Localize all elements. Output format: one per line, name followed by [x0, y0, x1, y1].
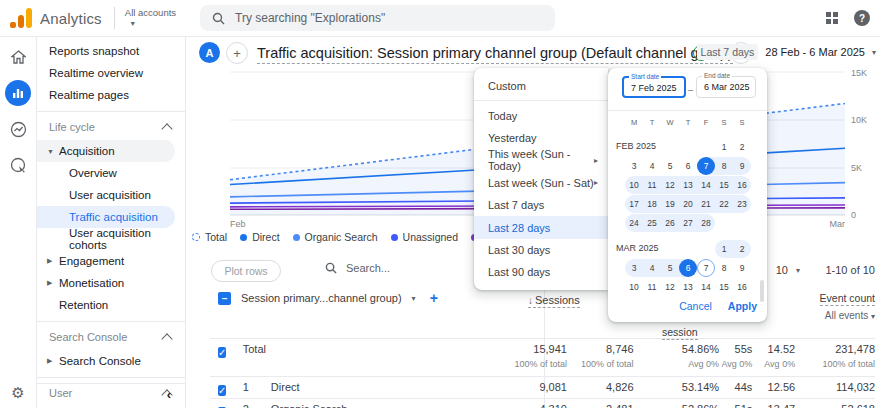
calendar-cell[interactable]: 16 [733, 278, 751, 296]
preset-custom[interactable]: Custom [474, 75, 608, 97]
calendar-day[interactable]: 9 [733, 157, 751, 175]
sidebar-item-user-acquisition-cohorts[interactable]: User acquisition cohorts [37, 228, 185, 250]
calendar-cell[interactable]: 12 [661, 278, 679, 296]
calendar-day[interactable]: 20 [679, 195, 697, 213]
preset-yesterday[interactable]: Yesterday [474, 127, 608, 149]
calendar-cell[interactable]: 20 [679, 195, 697, 213]
channel-name[interactable]: Direct [271, 381, 300, 393]
date-range-control[interactable]: Last 7 days 28 Feb - 6 Mar 2025 ▾ [697, 44, 876, 60]
calendar-day[interactable]: 24 [625, 214, 643, 232]
reports-icon[interactable] [5, 80, 31, 106]
calendar-cell[interactable]: 2 [733, 240, 751, 258]
calendar-day[interactable]: 13 [679, 278, 697, 296]
preset-last-12-months[interactable]: Last 12 months [474, 284, 608, 290]
sidebar-section-life-cycle[interactable]: Life cycle [37, 111, 185, 140]
calendar-day[interactable]: 17 [625, 195, 643, 213]
apply-button[interactable]: Apply [728, 300, 757, 312]
calendar-day[interactable]: 7 [697, 259, 715, 277]
calendar-cell[interactable]: 10 [625, 176, 643, 194]
preset-last-28-days[interactable]: Last 28 days [474, 216, 608, 238]
calendar-cell[interactable]: 15 [715, 278, 733, 296]
calendar-day[interactable]: 15 [715, 278, 733, 296]
rows-per-page-select[interactable]: 10 ▾ [776, 264, 800, 276]
preset-last-30-days[interactable]: Last 30 days [474, 239, 608, 261]
analytics-logo-icon[interactable] [10, 8, 32, 28]
calendar-cell[interactable]: 1 [715, 138, 733, 156]
sessions-column-header[interactable]: ↓Sessions [528, 294, 580, 308]
calendar-cell[interactable]: 18 [643, 195, 661, 213]
add-dimension-button[interactable]: + [430, 290, 438, 306]
calendar-cell[interactable]: 27 [679, 214, 697, 232]
sidebar-item-user-acquisition[interactable]: User acquisition [37, 184, 185, 206]
calendar-scrollbar[interactable] [760, 280, 764, 302]
sidebar-item-engagement[interactable]: ▶Engagement [37, 250, 185, 272]
help-icon[interactable]: ? [854, 10, 870, 26]
end-date-field[interactable]: End date 6 Mar 2025 [696, 76, 756, 98]
calendar-cell[interactable]: 23 [733, 195, 751, 213]
calendar-day[interactable]: 1 [715, 240, 733, 258]
calendar-day[interactable]: 5 [661, 157, 679, 175]
channel-name[interactable]: Total [243, 343, 266, 355]
calendar-day[interactable]: 28 [697, 214, 715, 232]
table-search[interactable]: Search... [325, 262, 390, 274]
calendar-day[interactable]: 7 [697, 157, 715, 175]
calendar-cell[interactable]: 7 [697, 259, 715, 277]
calendar-cell[interactable]: 14 [697, 176, 715, 194]
calendar-day[interactable]: 8 [715, 157, 733, 175]
apps-grid-icon[interactable] [826, 12, 838, 24]
legend-item-direct[interactable]: Direct [240, 231, 279, 243]
preset-this-week-sun-today-[interactable]: This week (Sun - Today)▸ [474, 149, 608, 171]
report-title[interactable]: Traffic acquisition: Session primary cha… [257, 45, 733, 64]
sidebar-item-realtime-pages[interactable]: Realtime pages [37, 84, 185, 106]
legend-item-total[interactable]: Total [192, 231, 227, 243]
sidebar-item-acquisition[interactable]: ▼Acquisition [37, 140, 175, 162]
calendar-day[interactable]: 10 [625, 278, 643, 296]
legend-item-unassigned[interactable]: Unassigned [391, 231, 458, 243]
calendar-cell[interactable]: 3 [625, 157, 643, 175]
calendar-day[interactable]: 27 [679, 214, 697, 232]
row-checkbox[interactable]: ✓ [218, 347, 226, 358]
sidebar-item-reports-snapshot[interactable]: Reports snapshot [37, 40, 185, 62]
event-filter[interactable]: All events ▾ [820, 310, 875, 321]
calendar-cell[interactable]: 25 [643, 214, 661, 232]
caret-down-icon[interactable]: ▾ [412, 294, 416, 303]
calendar-cell[interactable]: 1 [715, 240, 733, 258]
calendar-day[interactable]: 23 [733, 195, 751, 213]
calendar-day[interactable]: 26 [661, 214, 679, 232]
calendar-day[interactable]: 19 [661, 195, 679, 213]
calendar-day[interactable]: 10 [625, 176, 643, 194]
calendar-cell[interactable]: 26 [661, 214, 679, 232]
calendar-day[interactable]: 16 [733, 176, 751, 194]
add-comparison-button[interactable]: + [226, 42, 248, 64]
calendar-day[interactable]: 25 [643, 214, 661, 232]
calendar-cell[interactable]: 12 [661, 176, 679, 194]
preset-last-week-sun-sat-[interactable]: Last week (Sun - Sat)▸ [474, 172, 608, 194]
calendar-day[interactable]: 22 [715, 195, 733, 213]
channel-name[interactable]: Organic Search [271, 403, 347, 408]
calendar-cell[interactable]: 13 [679, 278, 697, 296]
calendar-day[interactable]: 2 [733, 138, 751, 156]
calendar-cell[interactable]: 10 [625, 278, 643, 296]
calendar-day[interactable]: 8 [715, 259, 733, 277]
calendar-cell[interactable]: 3 [625, 259, 643, 277]
account-switcher[interactable]: All accounts ▾ [125, 8, 176, 29]
advertising-icon[interactable] [5, 152, 31, 178]
calendar-day[interactable]: 18 [643, 195, 661, 213]
home-icon[interactable] [5, 44, 31, 70]
calendar-day[interactable]: 14 [697, 278, 715, 296]
calendar-day[interactable]: 12 [661, 176, 679, 194]
calendar-day[interactable]: 6 [679, 157, 697, 175]
preset-last-7-days[interactable]: Last 7 days [474, 194, 608, 216]
sidebar-item-overview[interactable]: Overview [37, 162, 185, 184]
sidebar-item-monetisation[interactable]: ▶Monetisation [37, 272, 185, 294]
calendar-day[interactable]: 4 [643, 259, 661, 277]
calendar-cell[interactable]: 7 [697, 157, 715, 175]
calendar-cell[interactable]: 28 [697, 214, 715, 232]
calendar-day[interactable]: 11 [643, 176, 661, 194]
global-search[interactable]: Try searching "Explorations" [200, 5, 555, 31]
cancel-button[interactable]: Cancel [679, 300, 712, 312]
calendar-day[interactable]: 3 [625, 259, 643, 277]
comparison-chip[interactable]: A [199, 42, 220, 63]
calendar-cell[interactable]: 6 [679, 157, 697, 175]
calendar-day[interactable]: 2 [733, 240, 751, 258]
